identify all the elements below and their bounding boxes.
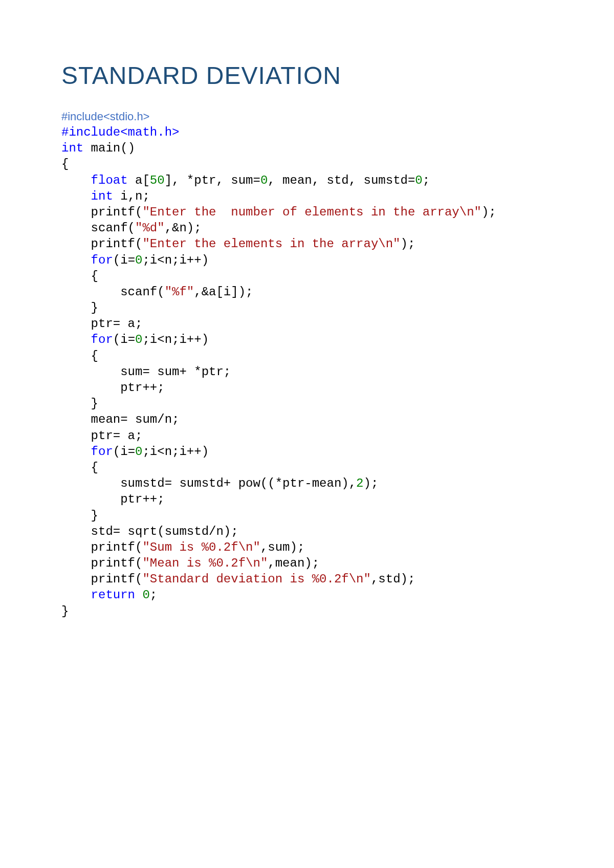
code-token: for bbox=[91, 253, 113, 267]
code-token: "Sum is %0.2f\n" bbox=[142, 540, 260, 554]
code-token: ,&n); bbox=[165, 221, 202, 235]
code-token: printf( bbox=[61, 556, 142, 570]
code-token: 0 bbox=[415, 173, 422, 187]
code-token: scanf( bbox=[61, 221, 135, 235]
code-token: #include<math.h> bbox=[61, 125, 179, 139]
code-token bbox=[61, 253, 91, 267]
code-token: "%d" bbox=[135, 221, 165, 235]
code-token: int bbox=[91, 189, 113, 203]
code-token: (i= bbox=[113, 253, 135, 267]
code-token: i,n; bbox=[113, 189, 150, 203]
code-token bbox=[61, 445, 91, 459]
code-token: { bbox=[61, 157, 69, 171]
code-token: ;i<n;i++) bbox=[142, 253, 209, 267]
code-token bbox=[61, 189, 91, 203]
code-token: sumstd= sumstd+ pow((*ptr-mean), bbox=[61, 476, 356, 490]
code-token: ;i<n;i++) bbox=[142, 445, 209, 459]
code-token: return bbox=[91, 588, 135, 602]
code-token: ,sum); bbox=[260, 540, 304, 554]
code-token bbox=[61, 173, 91, 187]
include-stdio-subtitle: #include<stdio.h> bbox=[61, 110, 563, 123]
code-token: 0 bbox=[135, 333, 142, 346]
code-token: , mean, std, sumstd= bbox=[268, 173, 415, 187]
code-token: "Enter the elements in the array\n" bbox=[142, 237, 400, 251]
code-token: (i= bbox=[113, 333, 135, 346]
code-token: 50 bbox=[150, 173, 165, 187]
code-token: printf( bbox=[61, 205, 142, 219]
code-token: ); bbox=[364, 476, 379, 490]
code-token: ,&a[i]); bbox=[194, 285, 253, 299]
code-token: mean= sum/n; bbox=[61, 413, 179, 426]
code-token bbox=[61, 333, 91, 346]
code-token: float bbox=[91, 173, 128, 187]
code-token: { bbox=[61, 269, 98, 283]
code-token: 0 bbox=[135, 253, 142, 267]
code-token: "%f" bbox=[165, 285, 194, 299]
code-token: ], *ptr, sum= bbox=[165, 173, 260, 187]
code-token: for bbox=[91, 445, 113, 459]
code-token: std= sqrt(sumstd/n); bbox=[61, 525, 238, 538]
code-token: int bbox=[61, 141, 83, 155]
code-token: ptr++; bbox=[61, 492, 165, 506]
code-token: } bbox=[61, 301, 98, 315]
code-token: 2 bbox=[356, 476, 363, 490]
document-title: STANDARD DEVIATION bbox=[61, 61, 563, 90]
code-block: #include<math.h> int main() { float a[50… bbox=[61, 124, 563, 619]
code-token: printf( bbox=[61, 237, 142, 251]
code-token: printf( bbox=[61, 540, 142, 554]
code-token: { bbox=[61, 461, 98, 474]
code-token: "Standard deviation is %0.2f\n" bbox=[142, 572, 370, 586]
code-token: "Enter the number of elements in the arr… bbox=[142, 205, 481, 219]
code-token: ptr++; bbox=[61, 381, 165, 395]
code-token: sum= sum+ *ptr; bbox=[61, 365, 231, 379]
code-token: } bbox=[61, 397, 98, 410]
code-token: a[ bbox=[128, 173, 150, 187]
code-token: printf( bbox=[61, 572, 142, 586]
code-token: } bbox=[61, 604, 69, 618]
code-token: 0 bbox=[142, 588, 149, 602]
code-token: ptr= a; bbox=[61, 317, 142, 331]
code-token bbox=[135, 588, 142, 602]
code-token: (i= bbox=[113, 445, 135, 459]
code-token: for bbox=[91, 333, 113, 346]
code-token: scanf( bbox=[61, 285, 165, 299]
code-token: main() bbox=[83, 141, 135, 155]
code-token: ptr= a; bbox=[61, 429, 142, 443]
code-token: ; bbox=[423, 173, 430, 187]
code-token: ); bbox=[401, 237, 415, 251]
code-token: } bbox=[61, 509, 98, 523]
code-token: "Mean is %0.2f\n" bbox=[142, 556, 268, 570]
code-token: ; bbox=[150, 588, 157, 602]
code-token: 0 bbox=[135, 445, 142, 459]
code-token bbox=[61, 588, 91, 602]
code-token: 0 bbox=[260, 173, 268, 187]
code-token: ,mean); bbox=[268, 556, 319, 570]
code-token: ); bbox=[481, 205, 496, 219]
code-token: { bbox=[61, 349, 98, 363]
code-token: ;i<n;i++) bbox=[142, 333, 209, 346]
code-token: ,std); bbox=[371, 572, 415, 586]
